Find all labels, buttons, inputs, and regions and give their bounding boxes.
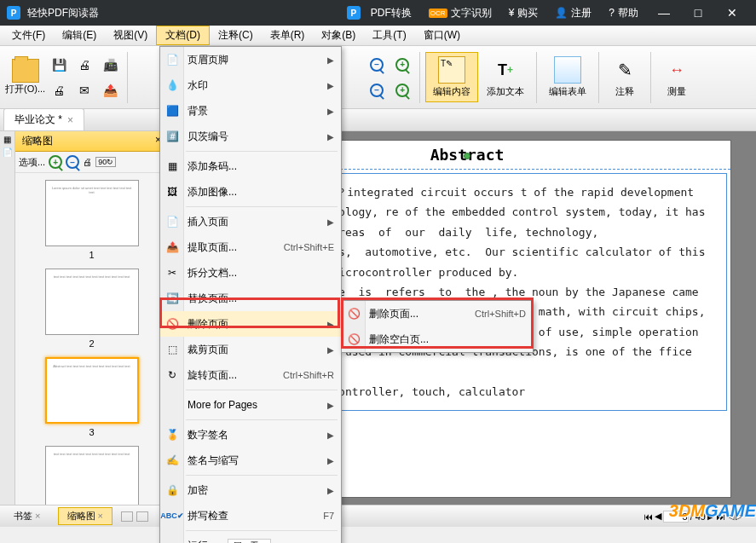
- options-button[interactable]: 选项...: [19, 156, 45, 169]
- measure-button[interactable]: ↔ 测量: [656, 53, 697, 101]
- edit-form-icon: [554, 56, 581, 84]
- document-tab[interactable]: 毕业论文 * ×: [3, 108, 84, 130]
- annotate-button[interactable]: ✎ 注释: [604, 53, 645, 101]
- app-title: 轻快PDF阅读器: [27, 6, 338, 20]
- rotate-icon: ↻: [164, 367, 181, 384]
- folder-icon: [12, 59, 39, 83]
- prev-page-icon[interactable]: ◀: [655, 511, 661, 522]
- scan-icon[interactable]: 📠: [98, 53, 122, 77]
- menu-watermark[interactable]: 💧水印▶: [160, 72, 341, 98]
- menu-bates[interactable]: #️⃣贝茨编号▶: [160, 124, 341, 149]
- thumb-zoom-in-icon[interactable]: +: [49, 155, 62, 169]
- menu-annotate[interactable]: 注释(C): [210, 26, 262, 44]
- ocr-button[interactable]: OCR文字识别: [420, 6, 500, 20]
- menu-encrypt[interactable]: 🔒加密▶: [160, 477, 341, 503]
- menu-initials[interactable]: ✍签名与缩写▶: [160, 448, 341, 473]
- thumbnail-pane-header: 缩略图 ×: [15, 131, 168, 152]
- pdf-convert-button[interactable]: PPDF转换: [338, 6, 420, 20]
- menu-digital-sign[interactable]: 🏅数字签名▶: [160, 422, 341, 448]
- app-logo-icon: P: [7, 6, 20, 20]
- menu-form[interactable]: 表单(R): [262, 26, 314, 44]
- minimize-button[interactable]: —: [647, 0, 681, 26]
- submenu-delete-page[interactable]: 🚫删除页面...Ctrl+Shift+D: [342, 301, 533, 326]
- menu-spellcheck[interactable]: ABC✔拼写检查F7: [160, 503, 341, 529]
- email-icon[interactable]: ✉: [72, 78, 96, 102]
- add-text-button[interactable]: T+ 添加文本: [480, 53, 531, 101]
- edit-form-button[interactable]: 编辑表单: [542, 53, 593, 101]
- bookmark-tab[interactable]: 书签 ×: [5, 508, 49, 524]
- last-page-icon[interactable]: ⏭: [716, 511, 725, 522]
- menu-rotate-page[interactable]: ↻旋转页面...Ctrl+Shift+R: [160, 362, 341, 388]
- thumbnail-3[interactable]: Abstract text text text text text text t…: [22, 357, 161, 437]
- rotate-handle-icon[interactable]: [464, 153, 470, 159]
- open-button[interactable]: 打开(O)...: [5, 59, 45, 95]
- maximize-button[interactable]: □: [681, 0, 715, 26]
- thumbnail-pane: 缩略图 × 选项... + − 🖨 90↻ Lorem ipsum dolor …: [15, 131, 169, 505]
- submenu-delete-blank[interactable]: 🚫删除空白页...: [342, 326, 533, 352]
- menu-extract-page[interactable]: 📤提取页面...Ctrl+Shift+E: [160, 234, 341, 260]
- menu-insert-page[interactable]: 📄插入页面▶: [160, 209, 341, 234]
- side-tab-icon-1[interactable]: ▦: [3, 135, 11, 144]
- register-button[interactable]: 👤注册: [546, 6, 600, 20]
- menu-crop-page[interactable]: ⬚裁剪页面▶: [160, 337, 341, 362]
- header-footer-icon: 📄: [164, 51, 181, 68]
- thumb-zoom-out-icon[interactable]: −: [66, 155, 79, 169]
- background-icon: 🟦: [164, 102, 181, 119]
- help-button[interactable]: ?帮助: [600, 6, 647, 20]
- print2-icon[interactable]: 🖨: [47, 78, 71, 102]
- thumbnail-tab[interactable]: 缩略图 ×: [58, 507, 113, 525]
- print-icon[interactable]: 🖨: [72, 53, 96, 77]
- menu-bar: 文件(F) 编辑(E) 视图(V) 文档(D) 注释(C) 表单(R) 对象(B…: [0, 26, 756, 46]
- replace-icon: 🔄: [164, 290, 181, 307]
- nav-fwd-icon[interactable]: ▷: [736, 511, 742, 522]
- menu-object[interactable]: 对象(B): [313, 26, 364, 44]
- barcode-icon: ▦: [164, 158, 181, 175]
- thumbnail-1[interactable]: Lorem ipsum dolor sit amet text text tex…: [22, 180, 161, 260]
- thumbnail-2[interactable]: text text text text text text text text …: [22, 269, 161, 349]
- edit-content-icon: T✎: [438, 56, 465, 84]
- zoom-in-icon[interactable]: +: [390, 53, 414, 77]
- menu-replace-page[interactable]: 🔄替换页面...: [160, 286, 341, 311]
- menu-add-barcode[interactable]: ▦添加条码...: [160, 153, 341, 179]
- page-input[interactable]: [663, 511, 689, 523]
- first-page-icon[interactable]: ⏮: [643, 511, 653, 522]
- menu-split-doc[interactable]: ✂拆分文档...: [160, 260, 341, 286]
- page-navigation: ⏮ ◀ / 49 ▶ ⏭ ◁ ▷: [643, 511, 742, 523]
- thumbnail-4[interactable]: text text text text text text text text …: [22, 446, 161, 505]
- measure-icon: ↔: [663, 56, 690, 84]
- zoom-in2-icon[interactable]: +: [390, 78, 414, 102]
- zoom-out2-icon[interactable]: −: [365, 78, 389, 102]
- close-tab-icon[interactable]: ×: [67, 114, 73, 126]
- layout-icon-2[interactable]: [136, 511, 148, 522]
- menu-window[interactable]: 窗口(W): [415, 26, 469, 44]
- menu-background[interactable]: 🟦背景▶: [160, 98, 341, 124]
- buy-button[interactable]: ¥购买: [500, 6, 547, 20]
- close-button[interactable]: ✕: [715, 0, 749, 26]
- zoom-out-icon[interactable]: −: [365, 53, 389, 77]
- initials-icon: ✍: [164, 452, 181, 469]
- menu-more-pages[interactable]: More for Pages▶: [160, 392, 341, 418]
- menu-view[interactable]: 视图(V): [105, 26, 156, 44]
- save-icon[interactable]: 💾: [47, 53, 71, 77]
- next-page-icon[interactable]: ▶: [707, 511, 714, 522]
- thumbnail-toolbar: 选项... + − 🖨 90↻: [15, 152, 168, 173]
- side-tab-icon-2[interactable]: 📄: [3, 147, 13, 157]
- thumb-print-icon[interactable]: 🖨: [83, 157, 92, 167]
- edit-content-button[interactable]: T✎ 编辑内容: [425, 52, 478, 102]
- menu-delete-page[interactable]: 🚫删除页面▶: [160, 311, 341, 337]
- nav-back-icon[interactable]: ◁: [727, 511, 734, 522]
- menu-header-footer[interactable]: 📄页眉页脚▶: [160, 47, 341, 72]
- menu-tools[interactable]: 工具(T): [364, 26, 414, 44]
- export-icon[interactable]: 📤: [98, 78, 122, 102]
- menu-add-image[interactable]: 🖼添加图像...: [160, 179, 341, 205]
- thumbnail-list[interactable]: Lorem ipsum dolor sit amet text text tex…: [15, 173, 168, 505]
- menu-document[interactable]: 文档(D): [156, 26, 210, 45]
- menu-file[interactable]: 文件(F): [3, 26, 54, 44]
- layout-icon-1[interactable]: [121, 511, 133, 522]
- document-tab-bar: 毕业论文 * ×: [0, 109, 756, 131]
- spellcheck-icon: ABC✔: [164, 507, 181, 524]
- menu-run-row[interactable]: 运行: ☐ <无>: [160, 533, 341, 543]
- delete-page-icon: 🚫: [345, 305, 362, 322]
- thumb-rotate-icon[interactable]: 90↻: [95, 157, 116, 167]
- menu-edit[interactable]: 编辑(E): [54, 26, 105, 44]
